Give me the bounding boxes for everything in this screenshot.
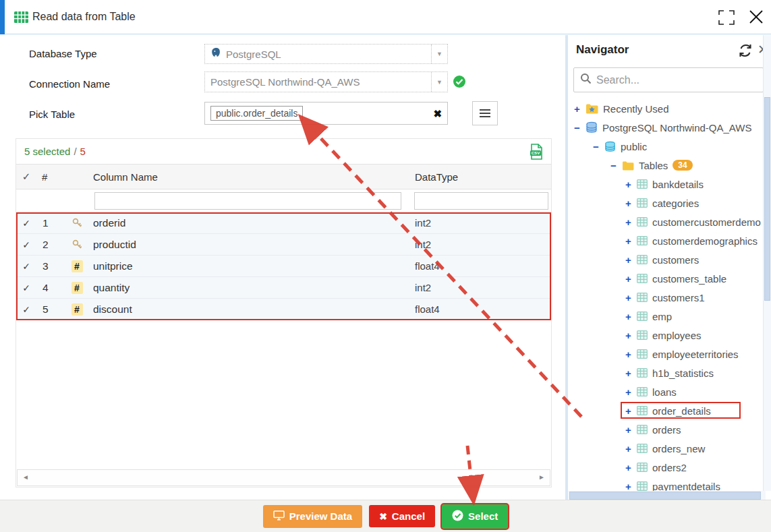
expand-icon[interactable]: + [625, 443, 636, 454]
columns-panel: 5 selected / 5 CSV ✓ # Column Name DataT… [16, 138, 552, 487]
tree-item-connection[interactable]: − PostgreSQL Northwind-QA_AWS [568, 118, 766, 137]
table-row[interactable]: ✓ 1 orderid int2 [16, 212, 551, 234]
expand-icon[interactable]: + [625, 462, 636, 473]
tree-item-label: employees [652, 330, 702, 341]
row-checkmark[interactable]: ✓ [16, 239, 36, 250]
type-column-header[interactable]: DataType [413, 171, 551, 183]
connection-name-label: Connection Name [29, 78, 110, 90]
expand-icon[interactable]: + [625, 292, 636, 303]
tree-item-label: public [621, 141, 647, 152]
chevron-down-icon[interactable]: ▼ [431, 72, 447, 92]
tree-item-tables-folder[interactable]: − Tables 34 [568, 156, 766, 175]
expand-icon[interactable]: + [625, 273, 636, 285]
tree-item-table[interactable]: +employeeterritories [568, 345, 766, 363]
cancel-button[interactable]: ✖ Cancel [369, 505, 435, 527]
navigator-search[interactable] [573, 67, 764, 92]
tree-item-table[interactable]: +employees [568, 326, 766, 345]
scrollbar-thumb[interactable] [569, 492, 761, 500]
column-datatype: float4 [413, 303, 551, 315]
scrollbar-thumb[interactable] [764, 97, 770, 301]
tree-item-label: customerdemographics [652, 235, 758, 247]
primary-key-icon [61, 239, 93, 250]
expand-icon[interactable]: + [625, 254, 636, 266]
expand-icon[interactable]: + [625, 179, 636, 190]
table-horizontal-scrollbar[interactable]: ◄ ► [17, 469, 550, 486]
tree-item-table[interactable]: +orders2 [568, 458, 766, 477]
tree-item-schema-public[interactable]: − public [568, 137, 766, 156]
table-row[interactable]: ✓ 3 # unitprice float4 [16, 256, 551, 277]
tree-item-label: Tables [639, 160, 668, 171]
fullscreen-icon[interactable] [718, 9, 735, 28]
navigator-tree: + Recently Used − PostgreSQL Northwind-Q… [568, 99, 766, 496]
tree-item-recently-used[interactable]: + Recently Used [568, 99, 766, 118]
tree-item-table[interactable]: +categories [568, 194, 766, 212]
table-menu-button[interactable] [472, 101, 498, 125]
navigator-panel: Navigator ✕ + Recently Used − PostgreSQL… [565, 35, 771, 500]
collapse-icon[interactable]: − [610, 160, 621, 171]
tree-item-table[interactable]: +loans [568, 382, 766, 401]
table-row[interactable]: ✓ 2 productid int2 [16, 234, 551, 256]
column-name-filter-input[interactable] [94, 192, 401, 210]
row-checkmark[interactable]: ✓ [16, 304, 36, 315]
tree-item-table[interactable]: +customerdemographics [568, 231, 766, 250]
collapse-icon[interactable]: − [574, 122, 585, 134]
num-column-header[interactable]: # [36, 171, 61, 183]
navigator-vertical-scrollbar[interactable] [763, 35, 771, 491]
tree-item-table[interactable]: +bankdetails [568, 175, 766, 194]
expand-icon[interactable]: + [574, 103, 585, 115]
scroll-right-icon[interactable]: ► [538, 473, 545, 481]
tree-item-table[interactable]: +customercustomerdemo [568, 212, 766, 231]
pick-table-input[interactable]: public.order_details ✖ [204, 102, 448, 125]
clear-icon[interactable]: ✖ [433, 109, 442, 119]
export-csv-icon[interactable]: CSV [530, 144, 543, 160]
tree-item-label: customers1 [652, 292, 705, 303]
search-input[interactable] [596, 74, 757, 86]
tree-item-table[interactable]: +customers [568, 250, 766, 269]
expand-icon[interactable]: + [625, 235, 636, 247]
collapse-icon[interactable]: − [593, 141, 604, 152]
name-column-header[interactable]: Column Name [93, 171, 413, 183]
tree-item-table[interactable]: +customers_table [568, 269, 766, 288]
expand-icon[interactable]: + [625, 405, 636, 417]
expand-icon[interactable]: + [625, 349, 636, 360]
tree-item-table[interactable]: +orders_new [568, 439, 766, 458]
tree-item-table[interactable]: +h1b_statistics [568, 363, 766, 382]
tree-item-table-order-details[interactable]: + order_details [568, 401, 766, 420]
expand-icon[interactable]: + [625, 216, 636, 228]
select-button[interactable]: Select [442, 504, 508, 529]
column-datatype: int2 [413, 282, 551, 293]
refresh-icon[interactable] [738, 43, 753, 61]
close-icon[interactable] [746, 7, 766, 30]
expand-icon[interactable]: + [625, 386, 636, 398]
database-type-label: Database Type [29, 48, 97, 59]
row-checkmark[interactable]: ✓ [16, 218, 36, 229]
expand-icon[interactable]: + [625, 198, 636, 209]
connection-name-dropdown[interactable]: PostgreSQL Northwind-QA_AWS ▼ [204, 71, 448, 92]
datatype-filter-input[interactable] [414, 192, 548, 210]
expand-icon[interactable]: + [625, 311, 636, 322]
preview-data-button[interactable]: Preview Data [263, 505, 362, 528]
expand-icon[interactable]: + [625, 481, 636, 492]
table-row[interactable]: ✓ 4 # quantity int2 [16, 277, 551, 299]
search-icon [580, 73, 592, 87]
tree-item-table[interactable]: +orders [568, 420, 766, 439]
check-column-header[interactable]: ✓ [16, 171, 36, 183]
table-row[interactable]: ✓ 5 # discount float4 [16, 299, 551, 320]
scroll-left-icon[interactable]: ◄ [22, 473, 29, 481]
connection-name-value: PostgreSQL Northwind-QA_AWS [210, 76, 360, 88]
expand-icon[interactable]: + [625, 367, 636, 379]
monitor-icon [273, 510, 285, 523]
row-checkmark[interactable]: ✓ [16, 283, 36, 293]
expand-icon[interactable]: + [625, 424, 636, 436]
expand-icon[interactable]: + [625, 330, 636, 341]
numeric-type-icon: # [61, 260, 93, 272]
table-count-badge: 34 [673, 160, 692, 171]
tree-item-table[interactable]: +customers1 [568, 288, 766, 307]
chevron-down-icon[interactable]: ▼ [431, 45, 447, 63]
table-icon [637, 312, 648, 321]
row-checkmark[interactable]: ✓ [16, 261, 36, 272]
tree-item-table[interactable]: +emp [568, 307, 766, 326]
tree-item-label: PostgreSQL Northwind-QA_AWS [602, 122, 751, 134]
database-type-dropdown[interactable]: PostgreSQL ▼ [204, 44, 448, 64]
navigator-horizontal-scrollbar[interactable] [568, 491, 766, 500]
